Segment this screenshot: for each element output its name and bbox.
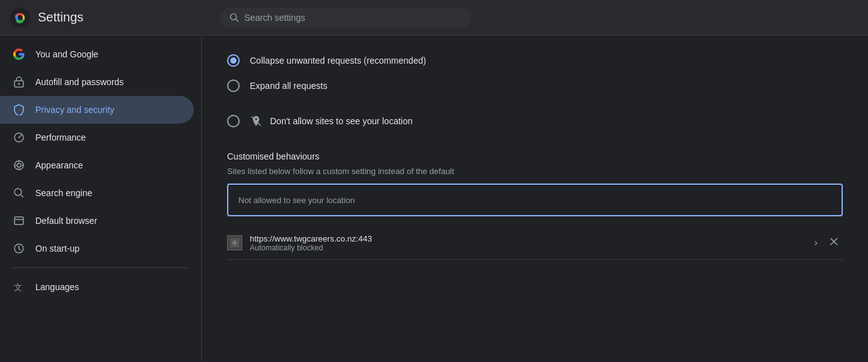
sidebar-item-languages[interactable]: 文 Languages xyxy=(0,273,194,301)
performance-icon xyxy=(13,131,25,144)
section-title: Customised behaviours xyxy=(227,151,843,161)
no-location-with-icon: Don't allow sites to see your location xyxy=(250,115,413,127)
chrome-logo-icon xyxy=(10,8,30,28)
search-engine-icon xyxy=(13,187,25,199)
svg-rect-13 xyxy=(15,217,23,225)
main-layout: You and Google Autofill and passwords Pr… xyxy=(0,35,868,362)
radio-label-no-location: Don't allow sites to see your location xyxy=(270,116,413,126)
sidebar-label-default-browser: Default browser xyxy=(35,216,97,226)
not-allowed-box: Not allowed to see your location xyxy=(227,184,843,216)
svg-line-12 xyxy=(21,195,23,197)
sidebar-label-search-engine: Search engine xyxy=(35,188,92,198)
radio-label-expand: Expand all requests xyxy=(250,81,327,91)
sidebar-label-privacy: Privacy and security xyxy=(35,105,114,115)
search-bar[interactable] xyxy=(220,8,472,28)
site-status: Automatically blocked xyxy=(250,243,807,252)
radio-label-collapse: Collapse unwanted requests (recommended) xyxy=(250,55,426,66)
radio-button-expand[interactable] xyxy=(227,79,240,92)
sidebar-label-startup: On start-up xyxy=(35,243,79,254)
site-info: https://www.twgcareers.co.nz:443 Automat… xyxy=(250,234,807,252)
browser-icon xyxy=(13,214,25,227)
sidebar-label-autofill: Autofill and passwords xyxy=(35,77,124,87)
sidebar: You and Google Autofill and passwords Pr… xyxy=(0,35,202,362)
header-logo: Settings xyxy=(10,8,83,28)
radio-button-no-location[interactable] xyxy=(227,115,240,127)
appearance-icon xyxy=(13,159,25,172)
svg-point-8 xyxy=(18,137,20,138)
svg-line-4 xyxy=(236,19,238,21)
radio-button-collapse[interactable] xyxy=(227,54,240,67)
sidebar-item-you-and-google[interactable]: You and Google xyxy=(0,40,194,68)
radio-option-no-location[interactable]: Don't allow sites to see your location xyxy=(227,108,843,134)
sidebar-label-performance: Performance xyxy=(35,132,86,143)
sidebar-item-autofill-passwords[interactable]: Autofill and passwords xyxy=(0,68,194,96)
content-area: Collapse unwanted requests (recommended)… xyxy=(202,35,868,362)
location-off-icon xyxy=(250,115,262,127)
startup-icon xyxy=(13,242,25,255)
site-arrow-icon[interactable]: › xyxy=(814,237,818,248)
radio-option-collapse[interactable]: Collapse unwanted requests (recommended) xyxy=(227,48,843,73)
sidebar-label-you-and-google: You and Google xyxy=(35,49,98,59)
sidebar-item-privacy-security[interactable]: Privacy and security xyxy=(0,96,194,124)
search-icon xyxy=(230,13,239,23)
sidebar-divider xyxy=(13,267,189,268)
autofill-icon xyxy=(13,76,25,88)
google-icon xyxy=(13,48,25,61)
svg-point-10 xyxy=(17,163,21,167)
sidebar-item-appearance[interactable]: Appearance xyxy=(0,151,194,179)
svg-point-6 xyxy=(18,83,20,85)
shield-icon xyxy=(13,103,25,116)
site-url: https://www.twgcareers.co.nz:443 xyxy=(250,234,807,243)
sidebar-label-languages: Languages xyxy=(35,282,79,292)
radio-option-expand[interactable]: Expand all requests xyxy=(227,73,843,98)
sidebar-item-search-engine[interactable]: Search engine xyxy=(0,179,194,207)
svg-text:文: 文 xyxy=(14,283,22,292)
box-label: Not allowed to see your location xyxy=(238,196,355,205)
section-subtitle: Sites listed below follow a custom setti… xyxy=(227,166,843,176)
languages-icon: 文 xyxy=(13,281,25,293)
sidebar-label-appearance: Appearance xyxy=(35,160,83,170)
header: Settings xyxy=(0,0,868,35)
site-row: https://www.twgcareers.co.nz:443 Automat… xyxy=(227,226,843,260)
search-input[interactable] xyxy=(244,13,462,23)
svg-point-2 xyxy=(18,15,23,20)
sidebar-item-on-startup[interactable]: On start-up xyxy=(0,235,194,262)
customised-behaviours-section: Customised behaviours Sites listed below… xyxy=(227,151,843,260)
site-delete-icon[interactable] xyxy=(825,233,843,253)
sidebar-item-default-browser[interactable]: Default browser xyxy=(0,207,194,235)
settings-title: Settings xyxy=(38,10,83,25)
sidebar-item-performance[interactable]: Performance xyxy=(0,124,194,151)
site-favicon xyxy=(227,235,242,250)
